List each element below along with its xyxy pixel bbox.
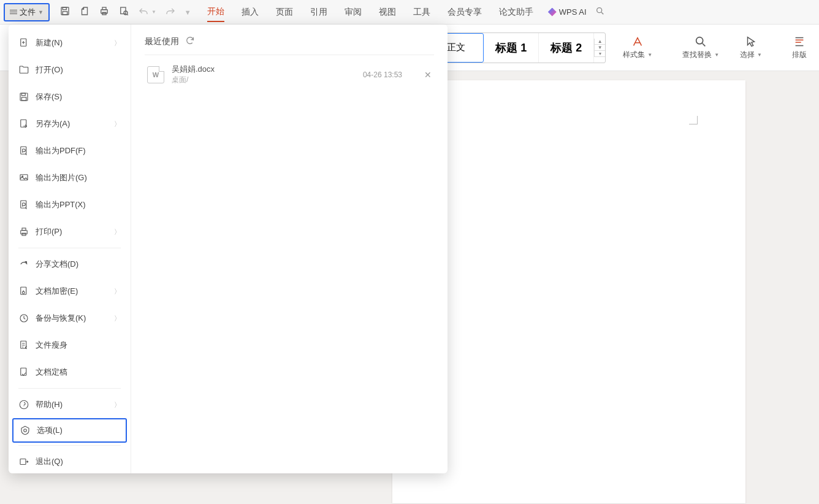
style-scroll-up[interactable]: ▲	[594, 39, 605, 45]
menu-item-icon	[18, 259, 29, 270]
layout-button[interactable]: 排版	[786, 35, 813, 60]
file-menu-item-14[interactable]: 选项(L)	[12, 418, 127, 443]
tab-开始[interactable]: 开始	[207, 2, 224, 22]
menu-item-icon	[20, 425, 31, 436]
word-file-icon: W	[147, 66, 164, 83]
close-icon[interactable]: ✕	[424, 70, 432, 80]
file-menu-item-5[interactable]: 输出为图片(G)	[9, 164, 131, 191]
menu-item-label: 文档定稿	[36, 367, 67, 378]
file-menu-item-13[interactable]: 帮助(H)〉	[9, 391, 131, 418]
style-expand[interactable]: ▾	[594, 51, 605, 57]
recent-title: 最近使用	[145, 36, 179, 47]
tab-页面[interactable]: 页面	[276, 3, 293, 21]
style-h2-label: 标题 2	[550, 40, 582, 55]
menu-item-label: 备份与恢复(K)	[36, 313, 86, 324]
menu-item-icon	[18, 91, 29, 102]
styleset-label: 样式集	[623, 50, 645, 60]
file-menu-item-2[interactable]: 保存(S)	[9, 83, 131, 110]
export-icon[interactable]	[79, 6, 90, 19]
svg-rect-20	[21, 231, 28, 234]
tab-审阅[interactable]: 审阅	[345, 3, 362, 21]
menu-item-label: 文档加密(E)	[36, 286, 78, 297]
menu-item-icon	[18, 399, 29, 410]
file-menu-button[interactable]: 文件 ▼	[4, 3, 50, 21]
svg-rect-2	[63, 11, 67, 14]
chevron-right-icon: 〉	[114, 400, 121, 410]
file-menu-item-6[interactable]: 输出为PPT(X)	[9, 191, 131, 218]
chevron-right-icon: 〉	[114, 227, 121, 237]
file-menu-item-12[interactable]: 文档定稿	[9, 359, 131, 386]
style-gallery[interactable]: 正文 标题 1 标题 2 ▲▼▾	[428, 32, 606, 63]
menu-item-icon	[18, 286, 29, 297]
file-menu-item-8[interactable]: 分享文档(D)	[9, 251, 131, 278]
file-menu-item-15[interactable]: 退出(Q)	[9, 448, 131, 473]
menu-item-label: 另存为(A)	[36, 118, 70, 129]
menu-item-label: 选项(L)	[37, 425, 63, 436]
file-menu-item-9[interactable]: 文档加密(E)〉	[9, 278, 131, 305]
svg-rect-21	[22, 228, 26, 231]
menu-item-label: 保存(S)	[36, 91, 62, 102]
chevron-right-icon: 〉	[114, 120, 121, 129]
styleset-button[interactable]: 样式集▼	[617, 35, 658, 60]
cursor-icon	[744, 35, 758, 48]
search-icon[interactable]	[595, 6, 605, 18]
file-menu-item-10[interactable]: 备份与恢复(K)〉	[9, 305, 131, 332]
tab-插入[interactable]: 插入	[242, 3, 259, 21]
recent-file-item[interactable]: W吴娟娟.docx桌面/04-26 13:53✕	[145, 55, 434, 94]
style-scroll-down[interactable]: ▼	[594, 45, 605, 51]
select-button[interactable]: 选择▼	[734, 35, 768, 60]
file-menu-item-3[interactable]: 另存为(A)〉	[9, 110, 131, 137]
customize-qat[interactable]: ▼	[185, 9, 191, 16]
file-menu-item-7[interactable]: 打印(P)〉	[9, 218, 131, 245]
select-label: 选择	[740, 50, 755, 60]
tab-工具[interactable]: 工具	[413, 3, 430, 21]
redo-button[interactable]	[165, 7, 176, 18]
file-menu-item-1[interactable]: 打开(O)	[9, 56, 131, 83]
file-menu-item-4[interactable]: 输出为PDF(F)	[9, 137, 131, 164]
file-menu-list: 新建(N)〉打开(O)保存(S)另存为(A)〉输出为PDF(F)输出为图片(G)…	[9, 25, 131, 473]
tab-论文助手[interactable]: 论文助手	[499, 3, 533, 21]
svg-rect-14	[21, 97, 26, 101]
svg-rect-1	[63, 7, 66, 10]
menu-item-icon	[18, 340, 29, 351]
tab-会员专享[interactable]: 会员专享	[448, 3, 482, 21]
undo-button[interactable]: ▼	[138, 7, 156, 18]
menu-separator	[18, 445, 121, 446]
svg-point-28	[20, 400, 28, 409]
menu-item-icon	[18, 199, 29, 210]
print-icon[interactable]	[99, 6, 110, 19]
chevron-right-icon: 〉	[114, 314, 121, 323]
tab-引用[interactable]: 引用	[310, 3, 327, 21]
menu-item-label: 打印(P)	[36, 226, 62, 237]
file-menu-item-11[interactable]: 文件瘦身	[9, 332, 131, 359]
chevron-down-icon: ▼	[38, 9, 44, 15]
menu-item-icon	[18, 313, 29, 324]
svg-rect-4	[102, 7, 106, 10]
recent-files-pane: 最近使用 W吴娟娟.docx桌面/04-26 13:53✕	[131, 25, 448, 473]
svg-point-10	[696, 37, 703, 44]
menu-item-label: 分享文档(D)	[36, 259, 78, 270]
menu-item-icon	[18, 37, 29, 48]
svg-point-24	[22, 291, 25, 294]
save-icon[interactable]	[59, 6, 70, 19]
svg-rect-13	[21, 93, 25, 96]
menu-item-label: 输出为图片(G)	[36, 172, 87, 183]
file-menu-item-0[interactable]: 新建(N)〉	[9, 29, 131, 56]
tab-视图[interactable]: 视图	[379, 3, 396, 21]
wps-ai-icon	[548, 8, 557, 17]
menu-item-icon	[18, 226, 29, 237]
print-preview-icon[interactable]	[118, 6, 129, 19]
find-replace-button[interactable]: 查找替换▼	[676, 35, 725, 60]
svg-point-8	[596, 7, 601, 12]
wps-ai-label: WPS AI	[559, 7, 587, 17]
refresh-icon[interactable]	[185, 36, 195, 47]
menu-item-icon	[18, 172, 29, 183]
style-heading2[interactable]: 标题 2	[539, 33, 594, 63]
file-menu-label: 文件	[20, 7, 36, 18]
chevron-right-icon: 〉	[114, 287, 121, 296]
wps-ai-button[interactable]: WPS AI	[548, 7, 587, 17]
style-heading1[interactable]: 标题 1	[484, 33, 539, 63]
menu-item-label: 打开(O)	[36, 64, 63, 75]
svg-point-29	[24, 429, 27, 432]
style-normal-label: 正文	[447, 42, 465, 53]
